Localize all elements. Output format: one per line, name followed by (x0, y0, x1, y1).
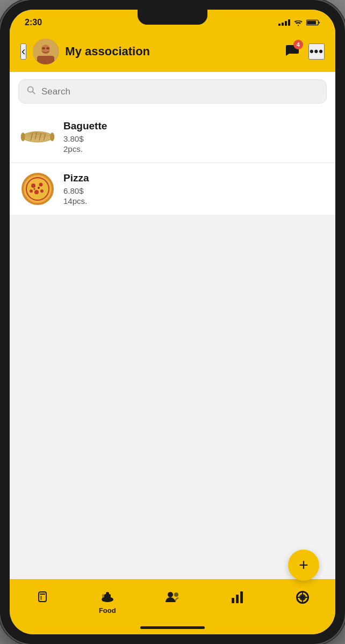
svg-rect-39 (232, 598, 234, 603)
food-name-pizza: Pizza (63, 172, 325, 184)
avatar (33, 39, 59, 64)
home-indicator-bar (140, 626, 205, 629)
svg-point-37 (168, 592, 173, 597)
header-title: My association (65, 45, 278, 58)
nav-item-stats[interactable]: stats (205, 590, 270, 614)
food-image-pizza (20, 172, 55, 206)
people-icon (164, 590, 181, 604)
svg-point-23 (39, 183, 43, 187)
status-time: 2:30 (25, 18, 42, 27)
back-button[interactable]: ‹ (20, 43, 26, 60)
signal-icon (278, 19, 290, 26)
svg-point-42 (300, 595, 305, 599)
baguette-icon (20, 127, 55, 147)
nav-item-food[interactable]: Food (75, 590, 140, 614)
svg-point-38 (174, 592, 178, 597)
header: ‹ My association 4 (10, 33, 335, 72)
nav-item-settings[interactable]: settings (270, 590, 335, 614)
svg-point-27 (38, 187, 40, 189)
svg-rect-30 (39, 592, 46, 602)
food-price-pizza: 6.80$ (63, 186, 325, 195)
food-info-baguette: Baguette 3.80$ 2pcs. (63, 120, 325, 153)
svg-rect-41 (240, 591, 243, 603)
svg-point-17 (50, 133, 54, 141)
home-indicator (10, 623, 335, 634)
svg-point-24 (34, 190, 39, 194)
svg-point-28 (34, 188, 35, 190)
food-item-pizza[interactable]: Pizza 6.80$ 14pcs. (10, 163, 335, 215)
empty-space (10, 215, 335, 579)
add-button[interactable]: + (288, 550, 319, 581)
food-quantity-baguette: 2pcs. (63, 144, 325, 153)
svg-point-7 (28, 87, 33, 92)
svg-point-11 (25, 132, 51, 138)
nav-item-drinks[interactable]: drinks (10, 590, 75, 614)
food-price-baguette: 3.80$ (63, 134, 325, 143)
svg-point-22 (31, 184, 35, 188)
food-quantity-pizza: 14pcs. (63, 196, 325, 206)
food-image-baguette (20, 120, 55, 154)
notch (138, 10, 207, 25)
settings-icon (296, 590, 310, 604)
notification-badge: 4 (293, 40, 303, 49)
search-input[interactable] (41, 86, 319, 97)
svg-rect-35 (106, 592, 109, 595)
search-bar[interactable] (18, 79, 327, 104)
pizza-icon (21, 173, 54, 205)
stats-icon (231, 590, 245, 604)
content-area: Baguette 3.80$ 2pcs. (10, 72, 335, 579)
svg-rect-4 (37, 56, 54, 64)
food-info-pizza: Pizza 6.80$ 14pcs. (63, 172, 325, 206)
svg-point-6 (46, 47, 49, 49)
svg-point-26 (30, 189, 33, 193)
food-item-baguette[interactable]: Baguette 3.80$ 2pcs. (10, 111, 335, 163)
wifi-icon (293, 19, 303, 26)
notifications-button[interactable]: 4 (285, 43, 300, 60)
battery-icon (306, 19, 320, 26)
svg-rect-40 (236, 595, 239, 603)
search-container (10, 72, 335, 111)
drinks-icon (35, 590, 49, 605)
food-list: Baguette 3.80$ 2pcs. (10, 111, 335, 215)
svg-point-5 (42, 47, 45, 49)
status-icons (278, 19, 320, 26)
svg-line-8 (33, 92, 35, 94)
nav-label-food: Food (99, 606, 116, 614)
svg-rect-31 (40, 594, 45, 595)
svg-rect-1 (307, 21, 316, 25)
bottom-nav: drinks Food people (10, 579, 335, 623)
phone-frame: 2:30 ‹ (0, 0, 345, 644)
search-icon (26, 85, 36, 98)
svg-point-25 (40, 189, 44, 193)
more-button[interactable]: ••• (308, 43, 325, 60)
phone-screen: 2:30 ‹ (10, 10, 335, 634)
food-name-baguette: Baguette (63, 120, 325, 132)
svg-point-21 (27, 178, 48, 200)
food-icon (100, 590, 115, 605)
svg-rect-32 (40, 596, 42, 600)
svg-point-16 (21, 133, 25, 141)
svg-rect-36 (102, 594, 104, 602)
nav-item-people[interactable]: people (140, 590, 205, 614)
header-actions: 4 ••• (285, 43, 325, 60)
